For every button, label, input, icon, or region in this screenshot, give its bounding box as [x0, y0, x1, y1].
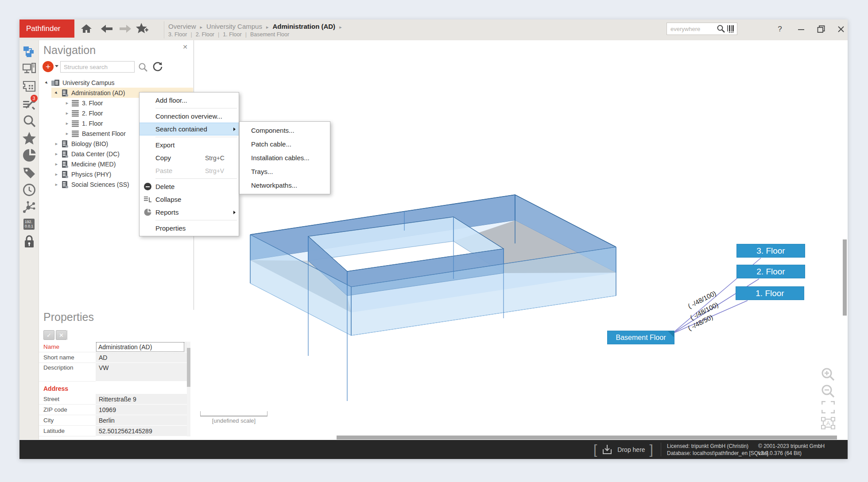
sidebar-item-tags[interactable] — [19, 164, 39, 181]
latitude-field[interactable]: 52.5012562145289 — [96, 426, 187, 436]
back-button[interactable] — [99, 22, 114, 35]
expander-collapsed-icon[interactable]: ► — [53, 182, 60, 187]
horizontal-scrollbar[interactable] — [337, 436, 837, 440]
name-field[interactable] — [96, 342, 184, 352]
add-structure-button[interactable]: + — [43, 61, 54, 72]
sidebar-item-topology[interactable] — [19, 198, 39, 216]
city-field[interactable]: Berlin — [96, 415, 187, 426]
submenu-item-installation-cables[interactable]: Installation cables... — [240, 151, 330, 165]
help-button[interactable]: ? — [772, 23, 787, 35]
submenu-item-patch-cable[interactable]: Patch cable... — [240, 137, 330, 151]
sidebar-item-favorites[interactable] — [19, 129, 39, 147]
context-menu: Add floor... Connection overview... Sear… — [139, 92, 239, 236]
sidebar-item-workstations[interactable] — [19, 60, 39, 77]
global-search — [666, 23, 737, 35]
search-contained-submenu: Components... Patch cable... Installatio… — [239, 121, 330, 194]
svg-text:A: A — [826, 420, 830, 427]
structure-search-button[interactable] — [138, 62, 148, 74]
license-info: Licensed: tripunkt GmbH (Christin) Datab… — [667, 443, 768, 457]
zip-field[interactable]: 10969 — [96, 405, 187, 415]
version-info: © 2001-2023 tripunkt GmbH v3.9.0.376 (64… — [758, 443, 825, 457]
expander-collapsed-icon[interactable]: ► — [53, 172, 60, 177]
label-select-button[interactable]: A — [820, 415, 836, 431]
drop-zone[interactable]: Drop here — [593, 440, 653, 459]
expander-collapsed-icon[interactable]: ► — [64, 131, 70, 136]
description-field[interactable]: VW — [96, 363, 187, 382]
menu-item-add-floor[interactable]: Add floor... — [140, 94, 239, 107]
floor-label-basement[interactable]: Basement Floor — [607, 331, 674, 344]
map-view[interactable]: 3. Floor 2. Floor 1. Floor Basement Floo… — [194, 40, 848, 440]
global-search-input[interactable] — [667, 25, 717, 33]
home-button[interactable] — [79, 22, 94, 35]
vertical-scrollbar[interactable] — [843, 239, 847, 316]
close-icon — [837, 26, 845, 33]
tree-item-university-campus[interactable]: ► University Campus — [39, 77, 193, 88]
menu-item-reports[interactable]: Reports — [140, 206, 239, 219]
expander-expanded-icon[interactable]: ► — [43, 81, 50, 85]
sidebar-item-security[interactable] — [19, 233, 39, 250]
menu-item-copy[interactable]: Copy Strg+C — [140, 151, 239, 164]
breadcrumb-floor-2[interactable]: 2. Floor — [196, 31, 223, 38]
discard-button[interactable]: ✕ — [56, 330, 67, 340]
app-logo[interactable]: Pathfinder — [19, 19, 74, 38]
zoom-in-button[interactable] — [820, 366, 836, 382]
navigation-close-icon[interactable]: ✕ — [181, 42, 190, 51]
add-dropdown-caret[interactable] — [55, 65, 58, 67]
breadcrumb-basement[interactable]: Basement Floor — [250, 31, 289, 38]
zoom-out-button[interactable] — [820, 383, 836, 399]
floor-label-3[interactable]: 3. Floor — [736, 244, 805, 258]
sidebar-item-history[interactable] — [19, 181, 39, 198]
sidebar-item-components[interactable]: 3 — [19, 95, 39, 112]
menu-item-properties[interactable]: Properties — [140, 222, 239, 235]
breadcrumb-administration[interactable]: Administration (AD) — [272, 23, 345, 30]
barcode-scan-icon[interactable] — [727, 24, 736, 33]
building-icon — [61, 89, 69, 97]
sidebar-item-reports[interactable] — [19, 147, 39, 164]
expander-collapsed-icon[interactable]: ► — [53, 162, 60, 166]
restore-button[interactable] — [813, 23, 829, 35]
sidebar-item-ip-addresses[interactable]: 192.0.0.1 — [19, 216, 39, 233]
breadcrumb-overview[interactable]: Overview — [168, 23, 206, 30]
breadcrumb-floor-1[interactable]: 1. Floor — [223, 31, 250, 38]
forward-button[interactable] — [118, 22, 133, 35]
apply-button[interactable]: ✓ — [43, 330, 54, 340]
search-icon[interactable] — [717, 24, 725, 33]
minimize-button[interactable] — [793, 23, 809, 35]
sidebar-item-search[interactable] — [19, 112, 39, 129]
breadcrumb-floor-3[interactable]: 3. Floor — [168, 31, 196, 38]
back-arrow-icon — [101, 24, 113, 33]
star-icon — [22, 131, 36, 145]
properties-scrollbar[interactable] — [187, 342, 190, 436]
street-field[interactable]: Ritterstraße 9 — [96, 394, 187, 405]
sidebar-item-floorplans[interactable] — [19, 77, 39, 95]
menu-item-collapse[interactable]: Collapse — [140, 193, 239, 206]
submenu-item-networkpaths[interactable]: Networkpaths... — [240, 178, 330, 192]
short-name-field[interactable]: AD — [96, 352, 187, 363]
menu-item-search-contained[interactable]: Search contained — [140, 123, 239, 135]
add-favorite-button[interactable] — [136, 22, 151, 35]
menu-item-delete[interactable]: Delete — [140, 180, 239, 193]
floor-label-1[interactable]: 1. Floor — [736, 286, 804, 300]
module-sidebar: 3 — [19, 40, 39, 440]
expander-expanded-icon[interactable]: ► — [53, 91, 60, 95]
building-icon — [61, 170, 69, 178]
expander-collapsed-icon[interactable]: ► — [64, 101, 70, 105]
fit-view-button[interactable] — [820, 399, 836, 415]
menu-item-connection-overview[interactable]: Connection overview... — [140, 110, 239, 123]
close-button[interactable] — [833, 23, 849, 35]
structure-search-input[interactable] — [61, 62, 134, 72]
breadcrumb-campus[interactable]: University Campus — [206, 23, 272, 30]
menu-separator — [155, 108, 237, 108]
refresh-button[interactable] — [152, 62, 163, 74]
sidebar-item-navigation[interactable] — [19, 43, 39, 60]
menu-item-paste[interactable]: Paste Strg+V — [140, 164, 239, 177]
submenu-item-trays[interactable]: Trays... — [240, 165, 330, 178]
expander-collapsed-icon[interactable]: ► — [53, 142, 60, 146]
submenu-item-components[interactable]: Components... — [240, 123, 330, 137]
floor-icon — [71, 109, 79, 117]
expander-collapsed-icon[interactable]: ► — [64, 111, 70, 116]
floor-label-2[interactable]: 2. Floor — [736, 265, 805, 278]
menu-item-export[interactable]: Export — [140, 139, 239, 151]
expander-collapsed-icon[interactable]: ► — [53, 152, 60, 156]
expander-collapsed-icon[interactable]: ► — [64, 121, 70, 126]
